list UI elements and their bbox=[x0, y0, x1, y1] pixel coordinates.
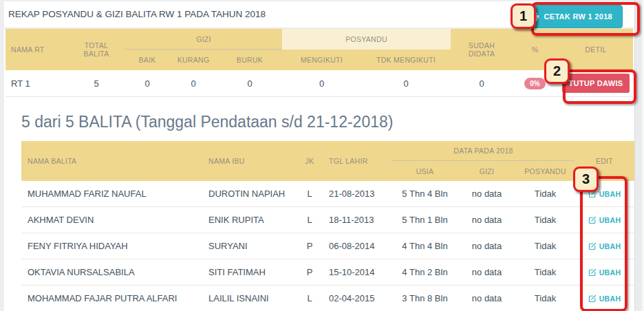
col-header-jk: JK bbox=[299, 141, 320, 181]
cell-usia: 5 Thn 1 Bln bbox=[392, 215, 458, 225]
edit-button-label: UBAH bbox=[599, 294, 621, 303]
col-header-posyandu: POSYANDU bbox=[516, 161, 575, 181]
cell-posyandu: Tidak bbox=[516, 215, 575, 225]
content-card: REKAP POSYANDU & GIZI BALITA RW 1 PADA T… bbox=[4, 1, 634, 311]
col-header-total-balita: TOTAL BALITA bbox=[78, 29, 116, 70]
cell-tgl-lahir: 02-04-2015 bbox=[320, 293, 392, 303]
cell-mengikuti: 0 bbox=[282, 78, 361, 89]
col-group-posyandu: POSYANDU bbox=[282, 29, 451, 50]
summary-table-header: NAMA RT TOTAL BALITA GIZI POSYANDU SUDAH… bbox=[6, 29, 633, 70]
cell-nama-balita: OKTAVIA NURSALSABILA bbox=[21, 267, 203, 277]
cell-nama-balita: MUHAMMAD FARIZ NAUFAL bbox=[21, 189, 203, 199]
col-header-nama-rt: NAMA RT bbox=[6, 29, 67, 70]
annotation-badge-2: 2 bbox=[544, 58, 570, 84]
edit-icon bbox=[588, 216, 597, 224]
cell-nama-ibu: SITI FATIMAH bbox=[203, 267, 299, 277]
edit-row-button[interactable]: UBAH bbox=[575, 268, 634, 277]
col-header-gizi: GIZI bbox=[458, 161, 516, 181]
cell-gizi: no data bbox=[458, 189, 516, 199]
cell-nama-balita: MOHAMMAD FAJAR PUTRA ALFARI bbox=[21, 293, 203, 303]
edit-button-label: UBAH bbox=[599, 216, 621, 224]
cell-nama-rt: RT 1 bbox=[6, 78, 67, 89]
cell-tdk-mengikuti: 0 bbox=[361, 78, 451, 89]
cell-usia: 5 Thn 4 Bln bbox=[392, 189, 458, 199]
cell-posyandu: Tidak bbox=[516, 293, 575, 303]
table-row: FENY FITRIYA HIDAYAH SURYANI P 06-08-201… bbox=[21, 233, 634, 259]
detail-table: NAMA BALITA NAMA IBU JK TGL LAHIR DATA P… bbox=[21, 141, 634, 311]
print-button-label: CETAK RW 1 2018 bbox=[544, 12, 612, 21]
cell-tgl-lahir: 21-08-2013 bbox=[320, 189, 392, 199]
col-header-usia: USIA bbox=[392, 161, 458, 181]
cell-jk: L bbox=[299, 189, 320, 199]
col-header-baik: BAIK bbox=[125, 50, 169, 70]
cell-jk: P bbox=[299, 241, 320, 251]
edit-button-label: UBAH bbox=[599, 190, 621, 198]
percent-badge: 0% bbox=[524, 78, 545, 89]
edit-icon bbox=[588, 268, 597, 277]
summary-table-row: RT 1 5 0 0 0 0 0 0 0% TUTUP DAWIS bbox=[6, 70, 633, 97]
cell-gizi: no data bbox=[458, 267, 516, 277]
annotation-badge-3: 3 bbox=[573, 167, 599, 192]
col-header-mengikuti: MENGIKUTI bbox=[282, 50, 361, 70]
section-subtitle: 5 dari 5 BALITA (Tanggal Pendataan s/d 2… bbox=[21, 111, 634, 132]
cell-nama-balita: AKHMAT DEVIN bbox=[21, 215, 203, 225]
cell-nama-balita: FENY FITRIYA HIDAYAH bbox=[21, 241, 203, 251]
edit-icon bbox=[588, 242, 597, 250]
edit-row-button[interactable]: UBAH bbox=[575, 216, 634, 224]
cell-tgl-lahir: 06-08-2014 bbox=[320, 241, 392, 251]
page: REKAP POSYANDU & GIZI BALITA RW 1 PADA T… bbox=[0, 0, 644, 311]
col-header-tgl-lahir: TGL LAHIR bbox=[320, 141, 392, 181]
col-header-sudah-didata: SUDAH DIDATA bbox=[465, 29, 498, 70]
col-header-tdk-mengikuti: TDK MENGIKUTI bbox=[361, 50, 451, 70]
tutup-dawis-button[interactable]: TUTUP DAWIS bbox=[562, 74, 630, 93]
annotation-badge-1: 1 bbox=[511, 3, 536, 29]
col-header-nama-ibu: NAMA IBU bbox=[203, 141, 299, 181]
cell-tgl-lahir: 18-11-2013 bbox=[320, 215, 392, 225]
table-row: MUHAMMAD FARIZ NAUFAL DUROTIN NAPIAH L 2… bbox=[21, 181, 634, 207]
cell-posyandu: Tidak bbox=[516, 189, 575, 199]
cell-jk: P bbox=[299, 267, 320, 277]
cell-sudah-didata: 0 bbox=[451, 78, 513, 89]
col-header-kurang: KURANG bbox=[169, 50, 217, 70]
cell-gizi: no data bbox=[458, 293, 516, 303]
edit-button-label: UBAH bbox=[599, 242, 621, 250]
cell-nama-ibu: LAILIL ISNAINI bbox=[203, 293, 299, 303]
table-row: OKTAVIA NURSALSABILA SITI FATIMAH P 15-1… bbox=[21, 259, 634, 286]
detail-table-header: NAMA BALITA NAMA IBU JK TGL LAHIR DATA P… bbox=[21, 141, 634, 181]
col-header-buruk: BURUK bbox=[217, 50, 282, 70]
cell-posyandu: Tidak bbox=[516, 267, 575, 277]
table-row: AKHMAT DEVIN ENIK RUPITA L 18-11-2013 5 … bbox=[21, 207, 634, 233]
col-group-data-pada-2018: DATA PADA 2018 bbox=[392, 141, 575, 161]
title-bar: REKAP POSYANDU & GIZI BALITA RW 1 PADA T… bbox=[4, 1, 634, 29]
cell-jk: L bbox=[299, 215, 320, 225]
cell-usia: 4 Thn 4 Bln bbox=[392, 241, 458, 251]
edit-row-button[interactable]: UBAH bbox=[575, 294, 634, 303]
summary-table: NAMA RT TOTAL BALITA GIZI POSYANDU SUDAH… bbox=[6, 29, 633, 97]
cell-nama-ibu: SURYANI bbox=[203, 241, 299, 251]
cell-nama-ibu: DUROTIN NAPIAH bbox=[203, 189, 299, 199]
cell-usia: 3 Thn 8 Bln bbox=[392, 293, 458, 303]
cell-nama-ibu: ENIK RUPITA bbox=[203, 215, 299, 225]
cell-gizi: no data bbox=[458, 241, 516, 251]
col-group-gizi: GIZI bbox=[125, 29, 282, 50]
edit-icon bbox=[588, 294, 597, 303]
cell-kurang: 0 bbox=[169, 78, 217, 89]
cell-usia: 4 Thn 2 Bln bbox=[392, 267, 458, 277]
cell-baik: 0 bbox=[125, 78, 169, 89]
table-row: MOHAMMAD FAJAR PUTRA ALFARI LAILIL ISNAI… bbox=[21, 286, 634, 311]
cell-jk: L bbox=[299, 293, 320, 303]
cell-tgl-lahir: 15-10-2014 bbox=[320, 267, 392, 277]
edit-button-label: UBAH bbox=[599, 268, 621, 277]
cell-total-balita: 5 bbox=[67, 78, 125, 89]
cell-gizi: no data bbox=[458, 215, 516, 225]
edit-row-button[interactable]: UBAH bbox=[575, 242, 634, 250]
cell-buruk: 0 bbox=[217, 78, 282, 89]
cell-posyandu: Tidak bbox=[516, 241, 575, 251]
col-header-nama-balita: NAMA BALITA bbox=[21, 141, 203, 181]
